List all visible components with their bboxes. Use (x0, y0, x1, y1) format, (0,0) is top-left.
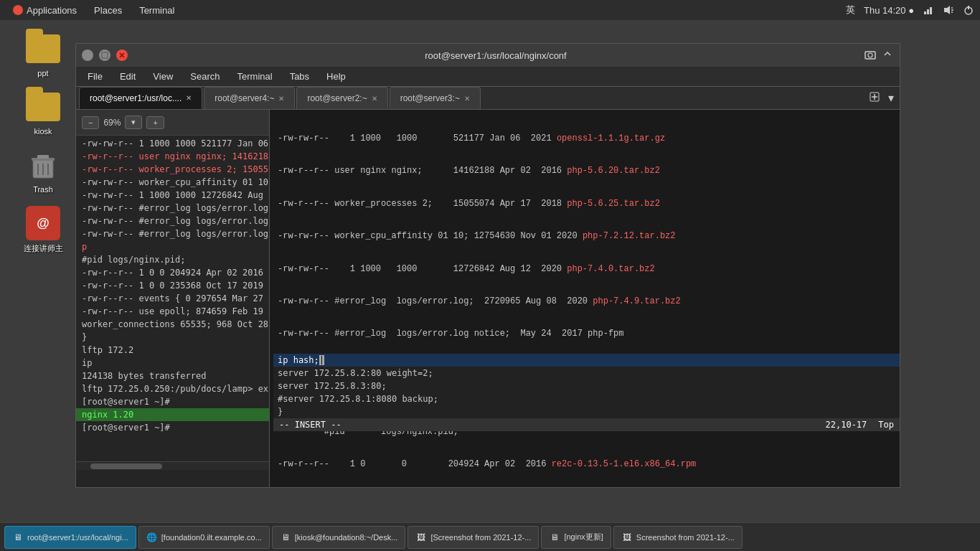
tab-server1[interactable]: root@server1:/usr/loc.... ✕ (79, 87, 202, 109)
list-item[interactable]: -rw-r--r-- worker_processes 2; 15055074 … (76, 163, 269, 176)
zoom-in-button[interactable]: + (146, 116, 164, 129)
trash-icon (26, 148, 60, 182)
minimize-button[interactable] (82, 50, 93, 61)
desktop-icon-ppt[interactable]: ppt (11, 27, 75, 82)
terminal-line: -rw-rw-r-- 1 1000 1000 12726842 Aug 12 2… (278, 263, 895, 276)
terminal-icon-3: 🖥 (549, 532, 560, 543)
tabs-dropdown-button[interactable]: ▾ (885, 90, 897, 106)
list-item[interactable]: lftp 172.25.0.250:/pub/docs/lamp> exit (76, 382, 269, 395)
tab-close-server3[interactable]: ✕ (464, 95, 470, 103)
taskbar-item-screenshot1[interactable]: 🖼 [Screenshot from 2021-12-... (407, 526, 539, 549)
list-item[interactable]: -rw-rw-r-- worker_cpu_affinity 01 10; 12… (76, 176, 269, 189)
vim-status-bar: -- INSERT -- 22,10-17 Top (273, 418, 900, 431)
list-item[interactable]: -rw-r--r-- use epoll; 874659 Feb 19 2017 (76, 305, 269, 318)
menu-terminal[interactable]: Terminal (229, 70, 281, 83)
main-terminal[interactable]: -rw-rw-r-- 1 1000 1000 521177 Jan 06 202… (273, 110, 900, 487)
screenshot-icon-button[interactable] (864, 49, 877, 62)
taskbar-item-kiosk[interactable]: 🖥 [kiosk@foundation8:~/Desk... (272, 526, 406, 549)
taskbar-item-screenshot2[interactable]: 🖼 Screenshot from 2021-12-... (613, 526, 743, 549)
tab-close-server1[interactable]: ✕ (186, 94, 192, 102)
menu-search[interactable]: Search (182, 70, 228, 83)
list-item[interactable]: } (76, 331, 269, 344)
list-item[interactable]: -rw-rw-r-- #error_log logs/error.log; (76, 202, 269, 215)
list-item[interactable]: #pid logs/nginx.pid; (76, 253, 269, 266)
list-item[interactable]: p (76, 240, 269, 253)
terminal-line: -rw-r--r-- worker_processes 2; 15055074 … (278, 198, 895, 210)
list-item[interactable]: 124138 bytes transferred (76, 369, 269, 382)
list-item[interactable]: worker_connections 65535; 968 Oct 28 201… (76, 318, 269, 331)
list-item[interactable]: ip (76, 357, 269, 369)
terminal-line: -rw-rw-r-- worker_cpu_affinity 01 10; 12… (278, 230, 895, 242)
vim-active-line: ip hash;| (273, 354, 900, 367)
top-menubar: Applications Places Terminal 英 Thu 14:20… (0, 0, 980, 20)
tab-server3[interactable]: root@server3:~ ✕ (390, 87, 481, 109)
zoom-dropdown-button[interactable]: ▾ (125, 116, 142, 129)
menu-edit[interactable]: Edit (111, 70, 144, 83)
nginx-highlight-item[interactable]: nginx 1.20 (76, 408, 269, 421)
file-list-scrollbar[interactable] (76, 461, 269, 470)
list-item[interactable]: lftp 172.2 (76, 344, 269, 357)
terminal-content: − 69% ▾ + -rw-rw-r-- 1 1000 1000 521177 … (76, 110, 900, 487)
taskbar: 🖥 root@server1:/usr/local/ngi... 🌐 [foun… (0, 522, 980, 551)
expand-icon-button[interactable] (881, 49, 894, 62)
list-item[interactable]: -rw-r--r-- 1 0 0 204924 Apr 02 2016 (76, 266, 269, 279)
taskbar-item-nginx[interactable]: 🖥 [nginx更新] (541, 526, 611, 549)
list-item[interactable]: -rw-r--r-- events { 0 297654 Mar 27 2016 (76, 292, 269, 305)
browser-icon: 🌐 (146, 532, 158, 543)
terminal-titlebar: root@server1:/usr/local/nginx/conf (76, 44, 900, 67)
power-icon[interactable] (963, 4, 974, 16)
tab-close-server2[interactable]: ✕ (372, 95, 377, 103)
scrollbar-thumb (90, 463, 162, 469)
volume-icon[interactable] (943, 4, 954, 16)
list-item[interactable]: -rw-r--r-- 1 0 0 235368 Oct 17 2019 (76, 279, 269, 292)
vim-line: server 172.25.8.3:80; (273, 380, 900, 392)
tab-server4[interactable]: root@server4:~ ✕ (204, 87, 295, 109)
taskbar-item-foundation[interactable]: 🌐 [foundation0.ilt.example.co... (138, 526, 270, 549)
list-item[interactable]: -rw-rw-r-- #error_log logs/error.log inf… (76, 227, 269, 240)
list-item[interactable]: -rw-r--r-- user nginx nginx; 14162188 Ap… (76, 150, 269, 163)
taskbar-item-server1[interactable]: 🖥 root@server1:/usr/local/ngi... (4, 526, 136, 549)
network-icon[interactable] (923, 4, 934, 16)
applications-menu[interactable]: Applications (6, 4, 84, 17)
tab-server2[interactable]: root@server2:~ ✕ (296, 87, 387, 109)
desktop-icon-trash[interactable]: Trash (11, 143, 75, 198)
desktop-icon-kiosk[interactable]: kiosk (11, 85, 75, 140)
svg-text:@: @ (37, 216, 50, 230)
svg-rect-2 (930, 7, 932, 14)
terminal-line: -rw-r--r-- user nginx nginx; 14162188 Ap… (278, 165, 895, 177)
menu-help[interactable]: Help (318, 70, 354, 83)
svg-point-21 (868, 53, 872, 57)
folder-icon-ppt (26, 32, 60, 66)
terminal-line: -rw-rw-r-- 1 1000 1000 521177 Jan 06 202… (278, 133, 895, 145)
zoom-level: 69% (103, 118, 121, 128)
terminal-menu-bar: File Edit View Search Terminal Tabs Help (76, 67, 900, 87)
tabs-actions: ▾ (867, 90, 897, 106)
tab-close-server4[interactable]: ✕ (278, 95, 284, 103)
connect-app-icon: @ (26, 206, 60, 240)
list-item[interactable]: [root@server1 ~]# (76, 395, 269, 408)
zoom-out-button[interactable]: − (82, 116, 99, 129)
folder-icon-kiosk (26, 90, 60, 124)
list-item[interactable]: [root@server1 ~]# (76, 421, 269, 434)
places-menu[interactable]: Places (87, 4, 129, 17)
maximize-button[interactable] (99, 50, 110, 61)
menu-file[interactable]: File (79, 70, 111, 83)
image-icon-2: 🖼 (621, 532, 633, 543)
terminal-menu-top[interactable]: Terminal (132, 4, 182, 17)
list-item[interactable]: -rw-rw-r-- 1 1000 1000 521177 Jan 06 202… (76, 137, 269, 150)
vim-line: } (273, 405, 900, 418)
terminal-window: root@server1:/usr/local/nginx/conf File … (75, 43, 900, 488)
vim-line: #server 172.25.8.1:8080 backup; (273, 392, 900, 405)
close-button[interactable] (116, 50, 128, 61)
terminal-line: -rw-r--r-- 1 0 0 204924 Apr 02 2016 re2c… (278, 458, 895, 471)
menu-tabs[interactable]: Tabs (281, 70, 318, 83)
top-right-area: 英 Thu 14:20 ● (846, 4, 974, 17)
new-tab-button[interactable] (867, 90, 882, 106)
svg-rect-11 (37, 155, 49, 159)
desktop-icon-connect[interactable]: @ 连接讲师主 (11, 202, 75, 258)
list-item[interactable]: -rw-rw-r-- #error_log logs/error.log not… (76, 215, 269, 227)
menu-view[interactable]: View (144, 70, 182, 83)
lang-indicator[interactable]: 英 (846, 4, 855, 17)
vim-line: server 172.25.8.2:80 weight=2; (273, 367, 900, 380)
list-item[interactable]: -rw-rw-r-- 1 1000 1000 12726842 Aug 12 2… (76, 189, 269, 202)
